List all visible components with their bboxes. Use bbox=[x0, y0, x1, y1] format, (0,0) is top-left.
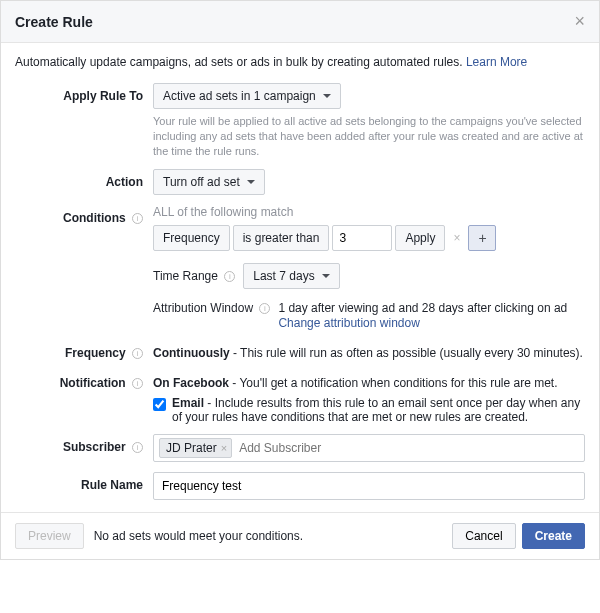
notification-row: Notification i On Facebook - You'll get … bbox=[15, 370, 585, 424]
email-checkbox[interactable] bbox=[153, 398, 166, 411]
frequency-label: Frequency i bbox=[15, 340, 153, 360]
info-icon[interactable]: i bbox=[224, 271, 235, 282]
info-icon[interactable]: i bbox=[132, 213, 143, 224]
intro-text: Automatically update campaigns, ad sets … bbox=[15, 55, 585, 69]
apply-rule-helper: Your rule will be applied to all active … bbox=[153, 114, 585, 159]
info-icon[interactable]: i bbox=[132, 378, 143, 389]
notification-label: Notification i bbox=[15, 370, 153, 424]
add-condition-button[interactable]: + bbox=[468, 225, 496, 251]
create-button[interactable]: Create bbox=[522, 523, 585, 549]
apply-rule-label: Apply Rule To bbox=[15, 83, 153, 159]
notification-email-bold: Email bbox=[172, 396, 204, 410]
attribution-text: 1 day after viewing ad and 28 days after… bbox=[278, 301, 567, 315]
condition-operator-dropdown[interactable]: is greater than bbox=[233, 225, 330, 251]
conditions-row: Conditions i ALL of the following match … bbox=[15, 205, 585, 330]
subscriber-token: JD Prater × bbox=[159, 438, 232, 458]
create-rule-modal: Create Rule × Automatically update campa… bbox=[0, 0, 600, 560]
notification-fb-text: - You'll get a notification when conditi… bbox=[229, 376, 557, 390]
close-icon[interactable]: × bbox=[574, 11, 585, 32]
chevron-down-icon bbox=[323, 94, 331, 98]
remove-token-icon[interactable]: × bbox=[221, 442, 227, 454]
notification-fb-bold: On Facebook bbox=[153, 376, 229, 390]
subscriber-row: Subscriber i JD Prater × bbox=[15, 434, 585, 462]
learn-more-link[interactable]: Learn More bbox=[466, 55, 527, 69]
condition-value-input[interactable] bbox=[332, 225, 392, 251]
condition-apply-button[interactable]: Apply bbox=[395, 225, 445, 251]
rule-name-row: Rule Name bbox=[15, 472, 585, 500]
frequency-row: Frequency i Continuously - This rule wil… bbox=[15, 340, 585, 360]
chevron-down-icon bbox=[322, 274, 330, 278]
info-icon[interactable]: i bbox=[132, 348, 143, 359]
time-range-dropdown[interactable]: Last 7 days bbox=[243, 263, 339, 289]
modal-body: Automatically update campaigns, ad sets … bbox=[1, 43, 599, 512]
modal-footer: Preview No ad sets would meet your condi… bbox=[1, 512, 599, 559]
attribution-label: Attribution Window i bbox=[153, 301, 270, 315]
notification-email-text: - Include results from this rule to an e… bbox=[172, 396, 580, 424]
time-range-row: Time Range i Last 7 days bbox=[153, 263, 585, 289]
change-attribution-link[interactable]: Change attribution window bbox=[278, 316, 567, 330]
frequency-desc: - This rule will run as often as possibl… bbox=[230, 346, 583, 360]
conditions-all-match: ALL of the following match bbox=[153, 205, 585, 219]
preview-button[interactable]: Preview bbox=[15, 523, 84, 549]
rule-name-label: Rule Name bbox=[15, 472, 153, 500]
modal-title: Create Rule bbox=[15, 14, 93, 30]
conditions-label: Conditions i bbox=[15, 205, 153, 330]
subscriber-field[interactable]: JD Prater × bbox=[153, 434, 585, 462]
info-icon[interactable]: i bbox=[259, 303, 270, 314]
cancel-button[interactable]: Cancel bbox=[452, 523, 515, 549]
action-row: Action Turn off ad set bbox=[15, 169, 585, 195]
info-icon[interactable]: i bbox=[132, 442, 143, 453]
attribution-row: Attribution Window i 1 day after viewing… bbox=[153, 301, 585, 330]
modal-header: Create Rule × bbox=[1, 1, 599, 43]
frequency-value: Continuously bbox=[153, 346, 230, 360]
rule-name-input[interactable] bbox=[153, 472, 585, 500]
time-range-label: Time Range i bbox=[153, 269, 235, 283]
footer-status-text: No ad sets would meet your conditions. bbox=[94, 529, 453, 543]
subscriber-label: Subscriber i bbox=[15, 434, 153, 462]
condition-metric-dropdown[interactable]: Frequency bbox=[153, 225, 230, 251]
condition-builder: Frequency is greater than Apply × + bbox=[153, 225, 585, 251]
apply-rule-row: Apply Rule To Active ad sets in 1 campai… bbox=[15, 83, 585, 159]
subscriber-input[interactable] bbox=[236, 438, 579, 458]
action-dropdown[interactable]: Turn off ad set bbox=[153, 169, 265, 195]
action-label: Action bbox=[15, 169, 153, 195]
chevron-down-icon bbox=[247, 180, 255, 184]
apply-rule-dropdown[interactable]: Active ad sets in 1 campaign bbox=[153, 83, 341, 109]
condition-remove-icon[interactable]: × bbox=[448, 225, 465, 251]
